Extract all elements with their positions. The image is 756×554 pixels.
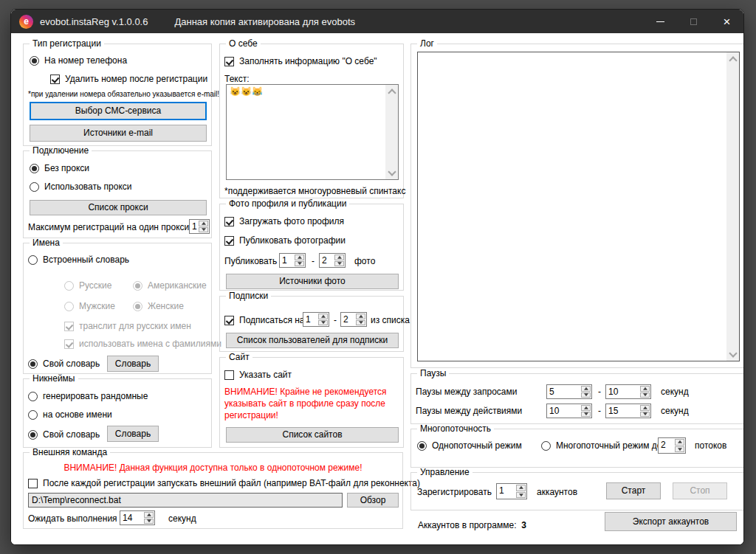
radio-icon <box>417 441 427 451</box>
spin-up-button[interactable] <box>144 512 154 518</box>
spin-up-button[interactable] <box>199 221 208 226</box>
range-separator: - <box>598 406 601 416</box>
site-group: Сайт Указать сайт ВНИМАНИЕ! Крайне не ре… <box>219 357 404 448</box>
window-controls: × <box>644 10 743 33</box>
radio-icon <box>64 281 74 291</box>
pauses-group: Паузы Паузы между запросами 5 - 10 секун… <box>410 373 744 424</box>
spin-up-button[interactable] <box>356 314 365 319</box>
start-button[interactable]: Старт <box>606 482 661 499</box>
spin-up-button[interactable] <box>581 405 591 411</box>
follows-group: Подписки Подписаться на 1 - 2 из списка … <box>219 296 404 352</box>
sms-service-button[interactable]: Выбор СМС-сервиса <box>30 102 207 120</box>
spin-up-button[interactable] <box>516 485 526 491</box>
spin-down-button[interactable] <box>581 412 591 418</box>
scroll-up-button[interactable] <box>385 85 398 97</box>
spin-down-button[interactable] <box>199 227 208 233</box>
spin-up-button[interactable] <box>640 386 650 392</box>
multi-thread-radio[interactable]: Многопоточный режим до <box>541 440 662 451</box>
pause-units-label: секунд <box>661 387 689 397</box>
photo-sources-button[interactable]: Источники фото <box>226 274 399 289</box>
window-title: evobot.instaReg v.1.0.0.6 <box>40 16 148 27</box>
group-title: Лог <box>417 39 437 49</box>
about-group: О себе Заполнять информацию "О себе" Тек… <box>219 44 404 198</box>
custom-nicknames-radio[interactable]: Свой словарь <box>28 429 100 440</box>
scroll-down-button[interactable] <box>385 167 398 179</box>
proxy-list-button[interactable]: Список прокси <box>30 200 207 215</box>
publish-photos-checkbox[interactable]: Публиковать фотографии <box>224 235 346 246</box>
radio-icon <box>64 302 74 311</box>
spin-down-button[interactable] <box>675 446 684 453</box>
spin-up-button[interactable] <box>581 386 591 392</box>
single-thread-radio[interactable]: Однопоточный режим <box>417 440 522 451</box>
accounts-count-value: 3 <box>521 520 526 530</box>
external-file-path-input[interactable]: D:\Temp\reconnect.bat <box>28 493 343 508</box>
close-button[interactable]: × <box>710 10 743 33</box>
use-proxy-radio[interactable]: Использовать прокси <box>30 181 132 192</box>
custom-dictionary-radio[interactable]: Свой словарь <box>28 359 100 369</box>
follow-checkbox[interactable]: Подписаться на <box>224 315 305 325</box>
nicknames-dictionary-button[interactable]: Словарь <box>107 426 159 442</box>
maximize-icon <box>690 18 697 25</box>
spin-up-button[interactable] <box>640 405 650 411</box>
export-accounts-button[interactable]: Экспорт аккаунтов <box>605 512 737 531</box>
spin-up-button[interactable] <box>675 439 684 446</box>
spin-up-button[interactable] <box>318 314 328 319</box>
spin-up-button[interactable] <box>334 255 344 260</box>
spin-down-button[interactable] <box>640 392 650 398</box>
checkbox-icon <box>64 339 74 349</box>
register-count-spinner: 1 <box>496 483 527 499</box>
phone-number-radio[interactable]: На номер телефона <box>30 55 127 66</box>
no-proxy-radio[interactable]: Без прокси <box>30 163 89 173</box>
set-site-checkbox[interactable]: Указать сайт <box>224 370 292 380</box>
site-warning: ВНИМАНИЕ! Крайне не рекомендуется указыв… <box>224 386 400 421</box>
delete-number-checkbox[interactable]: Удалить номер после регистрации <box>50 74 207 84</box>
about-scrollbar[interactable] <box>385 85 398 179</box>
about-textarea[interactable]: 😺😺😹 <box>226 84 399 180</box>
spin-down-button[interactable] <box>516 492 526 499</box>
group-title: Фото профиля и публикации <box>226 199 349 209</box>
fill-about-checkbox[interactable]: Заполнять информацию "О себе" <box>224 56 377 66</box>
email-sources-button[interactable]: Источники e-mail <box>30 125 207 142</box>
scroll-down-button[interactable] <box>726 348 739 361</box>
spin-down-button[interactable] <box>640 412 650 418</box>
spin-down-button[interactable] <box>318 320 328 326</box>
radio-icon <box>133 281 142 291</box>
photos-units-label: фото <box>354 256 375 266</box>
scroll-up-button[interactable] <box>726 52 739 65</box>
builtin-dictionary-radio[interactable]: Встроенный словарь <box>28 255 129 265</box>
radio-icon <box>133 302 142 311</box>
russian-names-radio: Русские <box>64 280 112 291</box>
group-title: Паузы <box>417 369 449 378</box>
max-per-proxy-spinner: 1 <box>189 219 210 234</box>
range-separator: - <box>598 387 601 397</box>
random-nicknames-radio[interactable]: генерировать рандомные <box>28 391 148 401</box>
log-scrollbar[interactable] <box>726 52 739 361</box>
follow-suffix-label: из списка <box>371 315 410 325</box>
log-textarea[interactable] <box>417 52 740 361</box>
threads-spinner: 2 <box>658 437 686 454</box>
radio-icon <box>28 410 38 420</box>
spin-down-button[interactable] <box>356 320 365 326</box>
connection-group: Подключение Без прокси Использовать прок… <box>23 150 212 238</box>
upload-profile-photo-checkbox[interactable]: Загружать фото профиля <box>224 216 344 226</box>
run-external-file-checkbox[interactable]: После каждой регистрации запускать внешн… <box>28 478 420 488</box>
site-list-button[interactable]: Список сайтов <box>226 427 399 443</box>
nicknames-group: Никнеймы генерировать рандомные на основ… <box>23 378 212 448</box>
stop-button: Стоп <box>673 482 727 499</box>
group-title: Никнеймы <box>30 374 78 384</box>
minimize-button[interactable] <box>644 10 677 33</box>
names-dictionary-button[interactable]: Словарь <box>107 356 159 372</box>
spin-down-button[interactable] <box>581 392 591 398</box>
control-group: Управление Зарегистрировать 1 аккаунтов … <box>410 472 744 510</box>
follow-list-button[interactable]: Список пользователей для подписки <box>226 333 399 348</box>
spin-down-button[interactable] <box>334 261 344 267</box>
checkbox-icon <box>224 316 234 325</box>
browse-button[interactable]: Обзор <box>347 493 399 508</box>
from-name-nicknames-radio[interactable]: на основе имени <box>28 409 112 420</box>
group-title: Сайт <box>226 353 252 362</box>
title-bar[interactable]: e evobot.instaReg v.1.0.0.6 Данная копия… <box>11 10 743 33</box>
photos-from-spinner: 1 <box>279 253 306 268</box>
spin-up-button[interactable] <box>295 255 304 260</box>
spin-down-button[interactable] <box>295 261 304 267</box>
spin-down-button[interactable] <box>144 519 154 524</box>
